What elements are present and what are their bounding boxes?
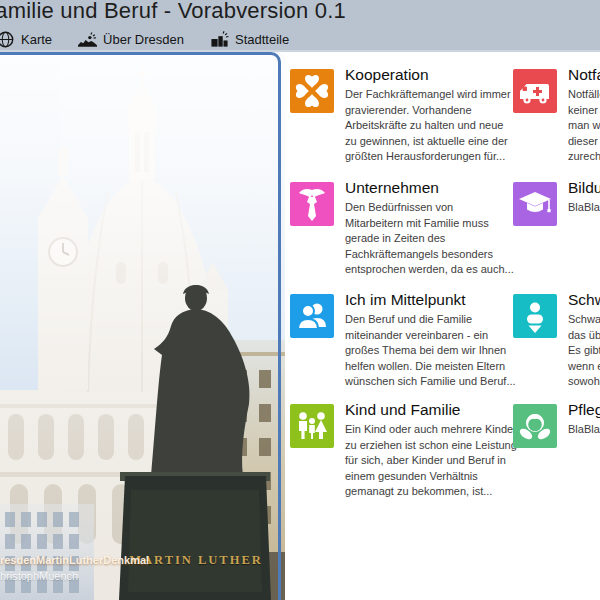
- statue-pedestal: [119, 472, 271, 600]
- tile-kind-und-familie[interactable]: Kind und Familie Ein Kind oder auch mehr…: [290, 404, 531, 500]
- nav-item-stadtteile[interactable]: Stadtteile: [210, 30, 289, 49]
- two-people-icon: [290, 294, 334, 338]
- tile-description: Der Fachkräftemangel wird immer graviere…: [345, 87, 531, 165]
- nav-item-label: Über Dresden: [103, 32, 184, 47]
- baby-icon: [513, 294, 557, 338]
- nav-item-label: Stadtteile: [235, 32, 289, 47]
- skyline-icon: [78, 30, 97, 49]
- tile-description: Schwang das übe Es gibt a wenn ei sowohl…: [568, 312, 600, 390]
- tile-title: Unternehmen: [345, 178, 531, 198]
- tile-description: Den Bedürfnissen von Mitarbeitern mit Fa…: [345, 200, 531, 278]
- tile-notfall[interactable]: Notfall Notfälle keiner is man we dieser…: [513, 69, 600, 165]
- districts-icon: [210, 30, 229, 49]
- tile-description: BlaBla: [568, 200, 600, 216]
- tile-ich-im-mittelpunkt[interactable]: Ich im Mittelpunkt Den Beruf und die Fam…: [290, 294, 531, 390]
- photo-watermark-line2: ChristophMuench: [0, 570, 78, 582]
- tile-description: Ein Kind oder auch mehrere Kinder zu erz…: [345, 422, 531, 500]
- page-title: familie und Beruf - Vorabversion 0.1: [0, 0, 346, 24]
- nav-item-ueber-dresden[interactable]: Über Dresden: [78, 30, 184, 49]
- tile-title: Notfall: [568, 65, 600, 85]
- necktie-icon: [290, 182, 334, 226]
- tile-title: Ich im Mittelpunkt: [345, 290, 531, 310]
- tile-title: Kind und Familie: [345, 400, 531, 420]
- elderly-care-icon: [513, 404, 557, 448]
- tile-description: Den Beruf und die Familie miteinander ve…: [345, 312, 531, 390]
- globe-icon: [0, 30, 15, 49]
- graduation-cap-icon: [513, 182, 557, 226]
- nav-item-karte[interactable]: Karte: [0, 30, 52, 49]
- tile-description: BlaBla: [568, 422, 600, 438]
- hearts-cluster-icon: [290, 69, 334, 113]
- tile-title: Schwanger: [568, 290, 600, 310]
- top-navigation: Karte Über Dresden Stadtteile: [0, 28, 315, 50]
- tile-title: Bildung: [568, 178, 600, 198]
- background-building-left: [0, 504, 94, 600]
- photo-watermark-line1: DresdenMartinLutherDenkmal: [0, 554, 149, 566]
- tile-unternehmen[interactable]: Unternehmen Den Bedürfnissen von Mitarbe…: [290, 182, 531, 278]
- tile-description: Notfälle keiner is man we dieser n zurec…: [568, 87, 600, 165]
- nav-item-label: Karte: [21, 32, 52, 47]
- photo-panel-dresden[interactable]: MARTIN LUTHER DresdenMartinLutherDenkmal…: [0, 52, 285, 600]
- tile-schwanger[interactable]: Schwanger Schwang das übe Es gibt a wenn…: [513, 294, 600, 390]
- tile-pflege[interactable]: Pflege BlaBla: [513, 404, 600, 448]
- tile-title: Pflege: [568, 400, 600, 420]
- family-icon: [290, 404, 334, 448]
- app-top-bar: familie und Beruf - Vorabversion 0.1 Kar…: [0, 0, 600, 52]
- frauenkirche-photo-scene: [0, 52, 285, 600]
- photo-illustration: MARTIN LUTHER DresdenMartinLutherDenkmal…: [0, 52, 285, 600]
- tile-bildung[interactable]: Bildung BlaBla: [513, 182, 600, 226]
- ambulance-icon: [513, 69, 557, 113]
- tile-kooperation[interactable]: Kooperation Der Fachkräftemangel wird im…: [290, 69, 531, 165]
- tile-title: Kooperation: [345, 65, 531, 85]
